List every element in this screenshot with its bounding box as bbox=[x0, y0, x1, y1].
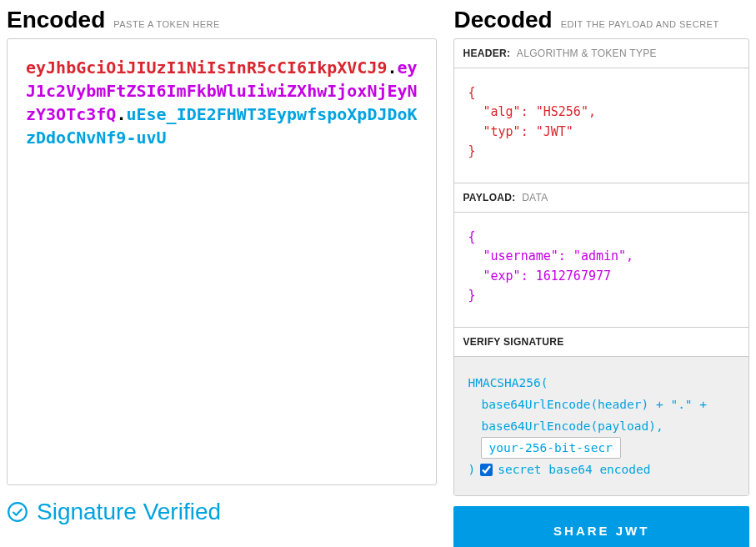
token-header-segment: eyJhbGciOiJIUzI1NiIsInR5cCI6IkpXVCJ9 bbox=[26, 58, 387, 78]
secret-base64-checkbox[interactable] bbox=[480, 464, 493, 476]
secret-input[interactable] bbox=[481, 437, 621, 459]
decoded-header: Decoded EDIT THE PAYLOAD AND SECRET bbox=[453, 7, 749, 33]
header-section-heading: HEADER: ALGORITHM & TOKEN TYPE bbox=[454, 39, 748, 68]
payload-section-heading: PAYLOAD: DATA bbox=[454, 183, 748, 213]
share-jwt-button[interactable]: SHARE JWT bbox=[453, 506, 749, 547]
sig-line-3: base64UrlEncode(payload), bbox=[468, 415, 735, 437]
signature-section-label: VERIFY SIGNATURE bbox=[463, 336, 563, 348]
signature-body: HMACSHA256( base64UrlEncode(header) + ".… bbox=[454, 357, 748, 495]
sig-line-1: HMACSHA256( bbox=[468, 372, 735, 394]
secret-base64-label: secret base64 encoded bbox=[498, 459, 650, 480]
decoded-hint: EDIT THE PAYLOAD AND SECRET bbox=[561, 19, 719, 29]
svg-point-0 bbox=[8, 503, 27, 521]
check-circle-icon bbox=[7, 501, 28, 523]
token-dot: . bbox=[387, 58, 397, 78]
sig-close-paren: ) bbox=[468, 459, 475, 480]
token-dot: . bbox=[116, 104, 126, 124]
header-section-label: HEADER: bbox=[463, 48, 510, 59]
header-section-sublabel: ALGORITHM & TOKEN TYPE bbox=[517, 48, 657, 59]
payload-json-editor[interactable]: { "username": "admin", "exp": 1612767977… bbox=[454, 213, 748, 328]
encoded-title: Encoded bbox=[7, 7, 105, 33]
encoded-hint: PASTE A TOKEN HERE bbox=[113, 19, 220, 29]
encoded-token-input[interactable]: eyJhbGciOiJIUzI1NiIsInR5cCI6IkpXVCJ9.eyJ… bbox=[7, 38, 437, 485]
sig-line-2: base64UrlEncode(header) + "." + bbox=[468, 394, 735, 415]
payload-section-sublabel: DATA bbox=[522, 192, 548, 203]
decoded-panel: HEADER: ALGORITHM & TOKEN TYPE { "alg": … bbox=[453, 38, 749, 496]
signature-status-text: Signature Verified bbox=[37, 499, 221, 525]
decoded-title: Decoded bbox=[453, 7, 552, 33]
signature-section-heading: VERIFY SIGNATURE bbox=[454, 328, 748, 357]
payload-section-label: PAYLOAD: bbox=[463, 192, 515, 203]
header-json-content: { "alg": "HS256", "typ": "JWT" } bbox=[468, 83, 735, 161]
encoded-header: Encoded PASTE A TOKEN HERE bbox=[7, 7, 437, 33]
payload-json-content: { "username": "admin", "exp": 1612767977… bbox=[468, 228, 735, 305]
signature-status: Signature Verified bbox=[7, 499, 437, 525]
header-json-editor[interactable]: { "alg": "HS256", "typ": "JWT" } bbox=[454, 68, 748, 183]
